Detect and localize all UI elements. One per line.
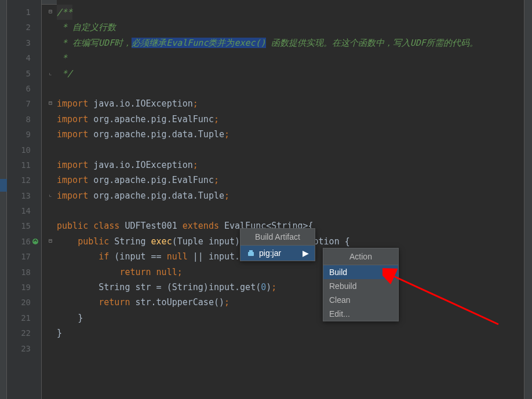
fold-end-icon[interactable]: ⌞ xyxy=(49,69,56,76)
code-text: (input == xyxy=(109,251,166,262)
code-text xyxy=(57,313,78,323)
code-text: ; xyxy=(224,297,229,308)
code-text: ; xyxy=(224,129,229,140)
artifact-action-popup: Action Build Rebuild Clean Edit... xyxy=(323,248,399,321)
override-marker-icon[interactable] xyxy=(31,237,41,247)
code-text: ; xyxy=(193,98,198,109)
package-icon xyxy=(246,248,256,258)
line-number: 6 xyxy=(7,81,41,96)
code-text xyxy=(109,236,114,247)
line-number: 8 xyxy=(7,112,41,127)
keyword: import xyxy=(57,98,88,109)
comment-text: * xyxy=(57,53,67,63)
keyword: null xyxy=(167,251,188,262)
line-number: 3 xyxy=(7,35,41,50)
code-text xyxy=(57,251,99,262)
highlighted-comment: 必须继承EvalFunc类并为exec() xyxy=(132,38,265,48)
code-text: org.apache.pig.EvalFunc xyxy=(88,175,214,185)
code-text: String str = (String)input.get( xyxy=(99,282,261,292)
code-text xyxy=(57,267,119,277)
action-rebuild[interactable]: Rebuild xyxy=(323,279,398,293)
action-clean[interactable]: Clean xyxy=(323,293,398,307)
code-text: ; xyxy=(224,191,229,201)
code-text: ; xyxy=(193,160,198,170)
keyword: null xyxy=(156,267,177,277)
keyword: public xyxy=(57,221,93,231)
line-number: 18 xyxy=(7,265,41,280)
code-text: org.apache.pig.EvalFunc xyxy=(88,114,214,125)
code-text xyxy=(57,297,99,308)
line-number: 20 xyxy=(7,295,41,310)
line-number: 12 xyxy=(7,173,41,188)
code-text: str.toUpperCase() xyxy=(130,297,224,308)
keyword: extends xyxy=(183,221,219,231)
line-number: 14 xyxy=(7,203,41,218)
line-number: 21 xyxy=(7,310,41,325)
fold-start-icon[interactable]: ⊟ xyxy=(49,237,56,244)
line-number: 22 xyxy=(7,325,41,341)
line-number: 13 xyxy=(7,188,41,203)
error-stripe[interactable] xyxy=(524,0,532,399)
keyword: return xyxy=(99,297,130,308)
line-number: 19 xyxy=(7,280,41,295)
comment-text: 函数提供实现。在这个函数中，写入UDF所需的代码。 xyxy=(266,38,478,48)
comment-text: /** xyxy=(57,5,72,20)
code-text: ) xyxy=(266,282,271,292)
code-text: String xyxy=(114,236,151,247)
keyword: return xyxy=(119,267,156,277)
keyword: if xyxy=(99,251,109,262)
code-text: } xyxy=(57,328,62,338)
line-number: 15 xyxy=(7,218,41,233)
line-number: 1 xyxy=(7,5,41,20)
keyword: import xyxy=(57,191,88,201)
action-edit[interactable]: Edit... xyxy=(323,307,398,321)
keyword: import xyxy=(57,175,88,185)
fold-start-icon[interactable]: ⊟ xyxy=(49,100,56,107)
keyword: import xyxy=(57,114,88,125)
number: 0 xyxy=(261,282,266,292)
class-name: UDFTest001 xyxy=(119,221,182,231)
keyword: import xyxy=(57,129,88,140)
comment-text: * xyxy=(57,38,67,48)
code-text: java.io.IOException xyxy=(88,160,193,170)
comment-text: 在编写UDF时， xyxy=(67,38,132,48)
artifact-label: pig:jar xyxy=(259,248,281,258)
line-number: 5 xyxy=(7,66,41,81)
code-editor[interactable]: /** * 自定义行数 * 在编写UDF时，必须继承EvalFunc类并为exe… xyxy=(57,0,524,399)
line-number: 2 xyxy=(7,20,41,35)
line-number: 10 xyxy=(7,142,41,158)
code-text xyxy=(57,282,99,292)
code-text: org.apache.pig.data.Tuple xyxy=(88,129,224,140)
action-build[interactable]: Build xyxy=(323,265,398,279)
comment-text: 自定义行数 xyxy=(67,22,116,32)
code-text xyxy=(57,236,78,247)
svg-rect-1 xyxy=(248,252,254,256)
fold-end-icon[interactable]: ⌞ xyxy=(49,191,56,198)
line-number: 7 xyxy=(7,96,41,111)
code-text: (Tuple input) xyxy=(172,236,240,247)
popup-title: Build Artifact xyxy=(241,229,315,246)
keyword: class xyxy=(93,221,119,231)
line-number: 4 xyxy=(7,50,41,65)
svg-rect-2 xyxy=(249,250,253,252)
artifact-item-pig-jar[interactable]: pig:jar ▶ xyxy=(241,246,315,261)
line-number: 23 xyxy=(7,341,41,356)
line-number-gutter: 1 2 3 4 5 6 7 8 9 10 11 12 13 14 15 16 1… xyxy=(7,0,42,399)
code-text: ; xyxy=(214,175,219,185)
keyword: public xyxy=(78,236,109,247)
fold-start-icon[interactable]: ⊟ xyxy=(49,8,56,15)
code-text: java.io.IOException xyxy=(88,98,193,109)
line-number: 11 xyxy=(7,158,41,173)
comment-text: */ xyxy=(57,68,72,79)
popup-title: Action xyxy=(323,248,398,265)
fold-gutter: ⊟ ⌞ ⊟ ⌞ ⊟ xyxy=(49,0,57,399)
project-panel-collapsed[interactable] xyxy=(0,0,7,399)
code-text: ; xyxy=(214,114,219,125)
line-number: 17 xyxy=(7,249,41,264)
code-text: } xyxy=(78,313,83,323)
code-text: ; xyxy=(271,282,276,292)
build-artifact-popup: Build Artifact pig:jar ▶ xyxy=(240,228,315,261)
code-text: org.apache.pig.data.Tuple xyxy=(88,191,224,201)
submenu-arrow-icon: ▶ xyxy=(303,248,309,258)
keyword: import xyxy=(57,160,88,170)
